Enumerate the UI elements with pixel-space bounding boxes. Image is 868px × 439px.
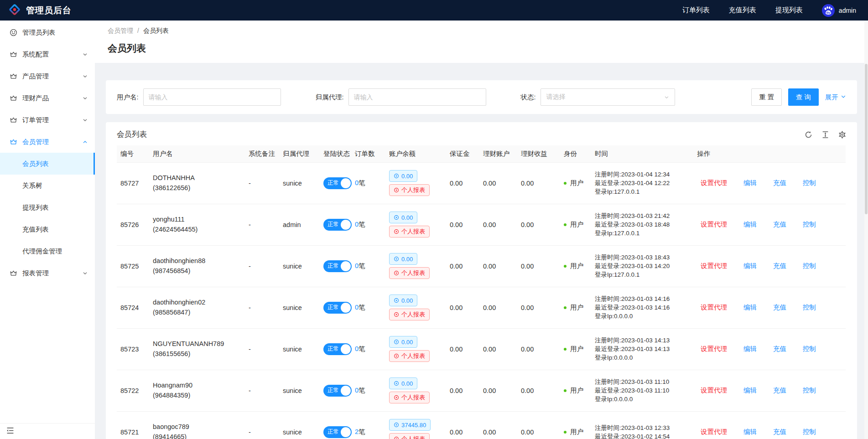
personal-report-badge[interactable]: 个人报表: [389, 309, 430, 320]
toggle-label: 正常: [327, 428, 339, 436]
balance-badge[interactable]: 0.00: [389, 253, 417, 265]
balance-badge[interactable]: 37445.80: [389, 419, 431, 431]
member-id-cell: 85721: [117, 411, 149, 439]
set-agent-link[interactable]: 设置代理: [701, 345, 727, 352]
login-status-toggle[interactable]: 正常: [323, 385, 352, 397]
sidebar-subitem[interactable]: 充值列表: [0, 218, 95, 240]
finance-profit-cell: 0.00: [517, 245, 560, 287]
vertical-scrollbar[interactable]: [864, 21, 868, 439]
balance-badge[interactable]: 0.00: [389, 294, 417, 306]
sidebar-item[interactable]: 报表管理: [0, 262, 95, 284]
reset-button[interactable]: 重 置: [751, 88, 782, 106]
personal-report-badge[interactable]: 个人报表: [389, 392, 430, 403]
personal-report-badge[interactable]: 个人报表: [389, 226, 430, 238]
control-link[interactable]: 控制: [803, 179, 816, 186]
login-status-toggle[interactable]: 正常: [323, 260, 352, 272]
login-ip: 登录Ip:0.0.0.0: [595, 395, 690, 403]
sidebar-subitem[interactable]: 关系树: [0, 175, 95, 196]
reload-button[interactable]: [805, 131, 812, 139]
column-header: 保证金: [446, 145, 479, 162]
sidebar-item[interactable]: 会员管理: [0, 131, 95, 153]
finance-profit-amount: 0.00: [521, 346, 534, 353]
recharge-link[interactable]: 充值: [773, 304, 786, 311]
sidebar-subitem[interactable]: 提现列表: [0, 196, 95, 218]
edit-link[interactable]: 编辑: [743, 345, 757, 352]
sidebar-subitem[interactable]: 代理佣金管理: [0, 240, 95, 262]
control-link[interactable]: 控制: [803, 387, 816, 394]
sidebar-menu: 管理员列表系统配置产品管理理财产品订单管理会员管理会员列表关系树提现列表充值列表…: [0, 21, 95, 284]
sidebar-item[interactable]: 管理员列表: [0, 21, 95, 43]
edit-link[interactable]: 编辑: [743, 262, 757, 269]
member-row: 85722Hoangnam90(964884359)-sunice正常0笔0.0…: [117, 370, 846, 411]
top-nav-item[interactable]: 充值列表: [729, 6, 756, 15]
personal-report-badge[interactable]: 个人报表: [389, 433, 430, 439]
sidebar-subitem[interactable]: 会员列表: [0, 153, 95, 175]
set-agent-link[interactable]: 设置代理: [701, 387, 727, 394]
sidebar-item[interactable]: 理财产品: [0, 87, 95, 109]
user-menu[interactable]: duadmin: [822, 4, 856, 17]
login-status-toggle[interactable]: 正常: [323, 426, 352, 438]
recharge-link[interactable]: 充值: [773, 428, 786, 435]
personal-report-badge[interactable]: 个人报表: [389, 267, 430, 279]
edit-link[interactable]: 编辑: [743, 387, 757, 394]
control-link[interactable]: 控制: [803, 345, 816, 352]
balance-badge[interactable]: 0.00: [389, 377, 417, 389]
control-link[interactable]: 控制: [803, 221, 816, 228]
scrollbar-thumb[interactable]: [865, 64, 868, 214]
sidebar-collapse-button[interactable]: [0, 423, 95, 439]
expand-toggle[interactable]: 展开: [825, 93, 846, 102]
recharge-link[interactable]: 充值: [773, 262, 786, 269]
table-toolbar: [805, 131, 846, 139]
control-link[interactable]: 控制: [803, 304, 816, 311]
member-id-cell: 85723: [117, 328, 149, 370]
setting-button[interactable]: [838, 131, 846, 139]
login-ip: 登录Ip:0.0.0.0: [595, 312, 690, 320]
login-status-cell: 正常: [320, 162, 351, 204]
control-link[interactable]: 控制: [803, 262, 816, 269]
status-select[interactable]: 请选择: [541, 88, 675, 106]
agent-input[interactable]: [348, 88, 486, 106]
setting-icon: [838, 131, 846, 139]
actions-cell: 设置代理编辑充值控制: [693, 204, 846, 245]
balance-badge[interactable]: 0.00: [389, 212, 417, 223]
edit-link[interactable]: 编辑: [743, 428, 757, 435]
set-agent-link[interactable]: 设置代理: [701, 428, 727, 435]
toggle-knob: [341, 261, 351, 271]
set-agent-link[interactable]: 设置代理: [701, 304, 727, 311]
personal-report-badge[interactable]: 个人报表: [389, 350, 430, 362]
orders-cell: 0笔: [351, 370, 385, 411]
sidebar-item[interactable]: 订单管理: [0, 109, 95, 131]
recharge-link[interactable]: 充值: [773, 221, 786, 228]
set-agent-link[interactable]: 设置代理: [701, 179, 727, 186]
identity-label: 用户: [570, 386, 583, 395]
sidebar-item[interactable]: 系统配置: [0, 43, 95, 65]
recharge-link[interactable]: 充值: [773, 345, 786, 352]
query-button[interactable]: 查 询: [788, 88, 819, 106]
personal-report-label: 个人报表: [401, 393, 425, 402]
username-input[interactable]: [143, 88, 281, 106]
sidebar-item[interactable]: 产品管理: [0, 65, 95, 87]
recharge-link[interactable]: 充值: [773, 179, 786, 186]
top-nav-item[interactable]: 提现列表: [775, 6, 803, 15]
orders-count: 0: [355, 387, 359, 394]
login-status-toggle[interactable]: 正常: [323, 177, 352, 189]
edit-link[interactable]: 编辑: [743, 304, 757, 311]
edit-link[interactable]: 编辑: [743, 221, 757, 228]
set-agent-link[interactable]: 设置代理: [701, 262, 727, 269]
login-status-toggle[interactable]: 正常: [323, 302, 352, 314]
balance-badge[interactable]: 0.00: [389, 336, 417, 348]
login-status-toggle[interactable]: 正常: [323, 219, 352, 231]
member-table-card: 会员列表 编号用户名系统备注归属代理登陆状态订单数账户余额保证金理财账户理财收益…: [106, 122, 857, 439]
breadcrumb-parent[interactable]: 会员管理: [108, 27, 133, 34]
balance-badge[interactable]: 0.00: [389, 170, 417, 182]
set-agent-link[interactable]: 设置代理: [701, 221, 727, 228]
filter-username: 用户名:: [117, 88, 281, 106]
edit-link[interactable]: 编辑: [743, 179, 757, 186]
top-nav-item[interactable]: 订单列表: [682, 6, 710, 15]
recharge-link[interactable]: 充值: [773, 387, 786, 394]
personal-report-label: 个人报表: [401, 269, 425, 277]
column-height-button[interactable]: [821, 131, 829, 139]
control-link[interactable]: 控制: [803, 428, 816, 435]
personal-report-badge[interactable]: 个人报表: [389, 184, 430, 196]
login-status-toggle[interactable]: 正常: [323, 343, 352, 355]
